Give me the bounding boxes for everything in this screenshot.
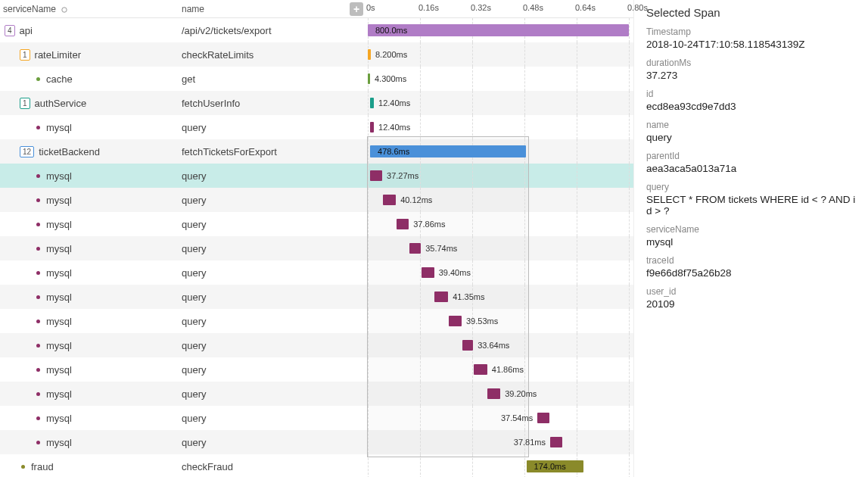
service-label: mysql [46,219,72,230]
timeline-cell: 35.74ms [350,236,633,260]
span-row[interactable]: mysqlquery41.86ms [0,357,633,382]
timeline-cell: 37.27ms [350,164,633,188]
timeline-cell: 40.12ms [350,188,633,212]
service-cell: mysql [0,236,182,260]
service-label: mysql [46,122,72,133]
span-bar[interactable] [370,98,374,108]
span-duration-label: 12.40ms [378,98,410,108]
service-dot [36,126,40,129]
service-label: mysql [46,340,72,351]
service-label: fraud [31,461,54,472]
span-row[interactable]: 1authServicefetchUserInfo12.40ms [0,91,633,115]
service-dot [36,174,40,178]
service-cell: mysql [0,430,182,454]
detail-value: SELECT * FROM tickets WHERE id < ? AND i… [646,194,860,217]
service-cell: mysql [0,357,182,382]
detail-value: 37.273 [646,70,860,81]
detail-field: idecd8ea93cd9e7dd3 [646,89,860,112]
span-bar[interactable] [422,267,434,278]
timeline-cell: 12.40ms [350,91,633,115]
span-name: query [182,243,350,254]
col-header-name-label: name [182,4,204,14]
detail-value: 20109 [646,298,860,310]
span-bar[interactable] [462,340,474,351]
details-sidebar: Selected Span Timestamp2018-10-24T17:10:… [633,0,868,477]
span-row[interactable]: mysqlquery37.81ms [0,430,633,454]
detail-value: 2018-10-24T17:10:58.118543139Z [646,39,860,50]
span-row[interactable]: mysqlquery33.64ms [0,333,633,357]
span-row[interactable]: mysqlquery37.27ms [0,164,633,188]
span-bar[interactable] [550,437,562,447]
timeline-cell: 37.86ms [350,212,633,236]
span-row[interactable]: mysqlquery39.53ms [0,309,633,333]
span-bar[interactable] [368,49,371,60]
span-bar[interactable] [370,122,374,132]
span-row[interactable]: 4api/api/v2/tickets/export800.0ms [0,18,633,42]
span-bar[interactable] [449,316,462,326]
span-duration-label: 37.86ms [413,220,445,229]
detail-field: user_id20109 [646,286,860,310]
timeline-cell: 41.86ms [350,357,633,382]
expand-all-button[interactable]: + [350,2,363,16]
span-bar[interactable] [397,219,409,229]
col-header-name[interactable]: name [182,4,350,14]
timeline-cell: 41.35ms [350,285,633,309]
child-count-badge[interactable]: 12 [20,146,34,157]
span-bar[interactable] [409,243,421,254]
span-bar[interactable] [434,292,448,302]
tick-label: 0.16s [418,3,439,12]
service-dot [36,198,40,202]
span-row[interactable]: mysqlquery37.86ms [0,212,633,236]
detail-value: ecd8ea93cd9e7dd3 [646,101,860,112]
child-count-badge[interactable]: 1 [20,49,30,61]
timeline-cell: 39.53ms [350,309,633,333]
service-cell: 12ticketBackend [0,139,182,164]
service-label: rateLimiter [35,49,81,61]
span-duration-label: 37.54ms [501,413,533,422]
span-row[interactable]: mysqlquery37.54ms [0,406,633,430]
service-label: mysql [46,437,72,448]
timeline-cell: 39.40ms [350,260,633,285]
span-row[interactable]: mysqlquery35.74ms [0,236,633,260]
span-row[interactable]: mysqlquery41.35ms [0,285,633,309]
span-bar[interactable] [537,413,549,423]
tick-label: 0.48s [523,3,543,12]
span-row[interactable]: mysqlquery40.12ms [0,188,633,212]
span-row[interactable]: 1rateLimitercheckRateLimits8.200ms [0,42,633,67]
timeline-header: + 0s0.16s0.32s0.48s0.64s0.80s [350,0,633,18]
span-bar[interactable] [370,170,382,181]
detail-value: query [646,132,860,143]
service-dot [21,465,25,469]
span-row[interactable]: mysqlquery12.40ms [0,115,633,139]
span-row[interactable]: fraudcheckFraud174.0ms [0,454,633,477]
service-label: mysql [46,388,72,400]
detail-label: durationMs [646,58,860,68]
detail-label: id [646,89,860,99]
span-row[interactable]: cacheget4.300ms [0,67,633,91]
service-label: mysql [46,413,72,424]
child-count-badge[interactable]: 1 [20,98,30,109]
service-cell: mysql [0,164,182,188]
service-label: api [20,25,33,36]
span-row[interactable]: 12ticketBackendfetchTicketsForExport478.… [0,139,633,164]
col-header-service[interactable]: serviceName [0,4,182,14]
span-row[interactable]: mysqlquery39.20ms [0,382,633,406]
span-duration-label: 39.53ms [466,316,498,326]
span-duration-label: 8.200ms [375,50,407,59]
span-duration-label: 478.6ms [378,147,409,156]
span-name: query [182,219,350,230]
span-bar[interactable] [474,364,487,375]
service-label: mysql [46,316,72,327]
service-label: mysql [46,364,72,376]
service-cell: mysql [0,115,182,139]
service-cell: 1rateLimiter [0,42,182,67]
span-duration-label: 33.64ms [478,341,509,350]
tick-label: 0.64s [575,3,596,12]
span-bar[interactable] [368,73,370,84]
span-row[interactable]: mysqlquery39.40ms [0,260,633,285]
service-dot [36,295,40,299]
span-bar[interactable] [383,195,396,205]
span-bar[interactable] [487,388,500,399]
child-count-badge[interactable]: 4 [5,25,15,36]
span-duration-label: 39.20ms [505,389,537,398]
